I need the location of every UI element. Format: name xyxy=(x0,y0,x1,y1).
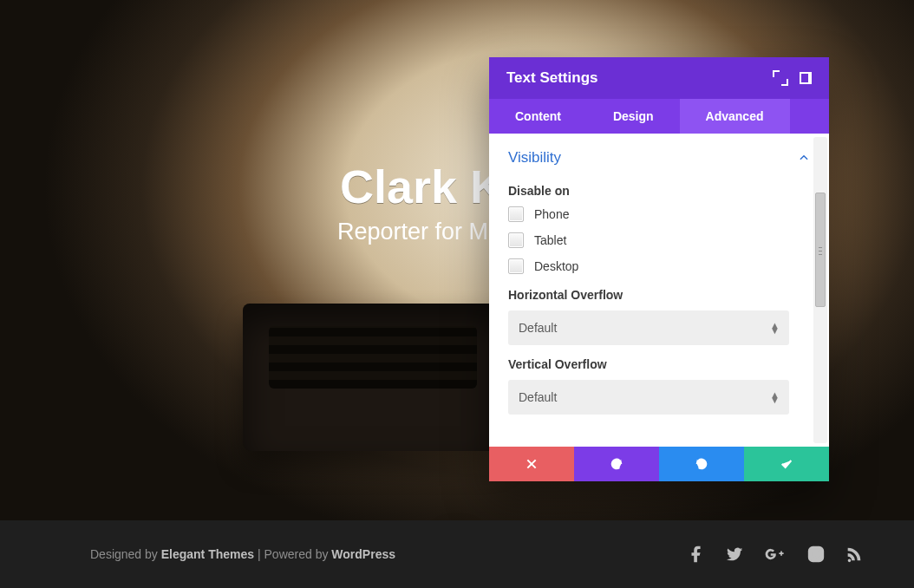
close-icon xyxy=(525,457,539,471)
select-arrows-icon: ▲▼ xyxy=(770,323,779,333)
section-visibility[interactable]: Visibility xyxy=(508,146,810,179)
social-links xyxy=(687,545,864,564)
undo-icon xyxy=(610,457,623,471)
checkbox-desktop-row[interactable]: Desktop xyxy=(508,258,810,274)
google-plus-icon[interactable] xyxy=(763,545,787,564)
redo-icon xyxy=(695,457,708,471)
footer-bar: Designed by Elegant Themes | Powered by … xyxy=(0,520,914,588)
facebook-icon[interactable] xyxy=(687,545,706,564)
svg-point-3 xyxy=(813,551,819,557)
scrollbar[interactable] xyxy=(813,137,827,443)
checkbox-tablet-label: Tablet xyxy=(534,233,566,247)
footer-mid: | Powered by xyxy=(258,547,331,561)
panel-actions xyxy=(489,447,829,481)
close-button[interactable] xyxy=(489,447,574,481)
section-visibility-label: Visibility xyxy=(508,149,561,167)
tab-content[interactable]: Content xyxy=(489,99,587,134)
footer-credit: Designed by Elegant Themes | Powered by … xyxy=(90,547,395,561)
svg-point-4 xyxy=(819,549,821,551)
disable-on-label: Disable on xyxy=(508,184,810,198)
footer-link-wordpress[interactable]: WordPress xyxy=(331,547,395,561)
layout-columns-icon[interactable] xyxy=(800,72,812,84)
tab-advanced[interactable]: Advanced xyxy=(680,99,790,134)
confirm-button[interactable] xyxy=(744,447,829,481)
v-overflow-select[interactable]: Default ▲▼ xyxy=(508,380,789,415)
panel-tabs: Content Design Advanced xyxy=(489,99,829,134)
checkbox-desktop-label: Desktop xyxy=(534,259,578,273)
checkbox-icon[interactable] xyxy=(508,206,524,222)
panel-title: Text Settings xyxy=(506,69,761,87)
checkbox-icon[interactable] xyxy=(508,232,524,248)
undo-button[interactable] xyxy=(574,447,659,481)
checkbox-icon[interactable] xyxy=(508,258,524,274)
h-overflow-value: Default xyxy=(519,321,557,335)
rss-icon[interactable] xyxy=(845,545,864,564)
h-overflow-select[interactable]: Default ▲▼ xyxy=(508,310,789,345)
typewriter-graphic xyxy=(243,304,503,451)
redo-button[interactable] xyxy=(659,447,744,481)
checkbox-tablet-row[interactable]: Tablet xyxy=(508,232,810,248)
checkbox-phone-label: Phone xyxy=(534,207,569,221)
tab-design[interactable]: Design xyxy=(587,99,680,134)
expand-icon[interactable] xyxy=(774,71,787,85)
panel-body: Visibility Disable on Phone Tablet Deskt… xyxy=(489,134,829,447)
v-overflow-value: Default xyxy=(519,390,557,404)
checkbox-phone-row[interactable]: Phone xyxy=(508,206,810,222)
v-overflow-label: Vertical Overflow xyxy=(508,357,810,371)
twitter-icon[interactable] xyxy=(725,545,744,564)
text-settings-panel: Text Settings Content Design Advanced Vi… xyxy=(489,57,829,481)
panel-header[interactable]: Text Settings xyxy=(489,57,829,99)
check-icon xyxy=(780,457,793,471)
select-arrows-icon: ▲▼ xyxy=(770,392,779,402)
scrollbar-thumb[interactable] xyxy=(815,193,826,307)
h-overflow-label: Horizontal Overflow xyxy=(508,288,810,302)
chevron-up-icon xyxy=(798,152,810,164)
instagram-icon[interactable] xyxy=(806,545,826,564)
footer-link-elegant-themes[interactable]: Elegant Themes xyxy=(161,547,254,561)
footer-prefix: Designed by xyxy=(90,547,161,561)
